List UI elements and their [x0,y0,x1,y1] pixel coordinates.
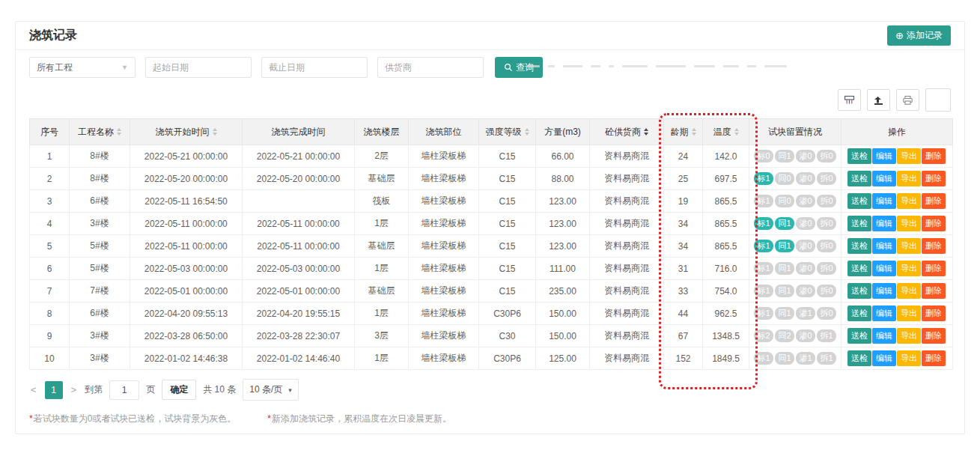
send-inspection-button[interactable]: 送检 [847,283,871,299]
edit-button[interactable]: 编辑 [872,193,896,209]
block-badge[interactable]: 拆0 [817,240,836,252]
delete-button[interactable]: 删除 [922,328,946,344]
block-badge[interactable]: 渗0 [796,150,815,162]
block-badge[interactable]: 拆0 [817,195,836,207]
edit-button[interactable]: 编辑 [872,328,896,344]
block-badge[interactable]: 渗0 [796,329,815,342]
edit-button[interactable]: 编辑 [872,306,896,321]
block-badge[interactable]: 拆1 [817,329,836,342]
export-row-button[interactable]: 导出 [897,306,921,321]
block-badge[interactable]: 拆0 [817,172,836,185]
col-header-grade[interactable]: 强度等级 [479,119,536,145]
edit-button[interactable]: 编辑 [872,216,896,231]
goto-page-input[interactable] [109,380,139,400]
block-badge[interactable]: 渗0 [796,285,815,297]
col-header-age[interactable]: 龄期 [664,119,703,145]
send-inspection-button[interactable]: 送检 [847,328,871,344]
block-badge[interactable]: 标1 [754,240,773,252]
delete-button[interactable]: 删除 [922,171,946,186]
send-inspection-button[interactable]: 送检 [847,171,871,186]
col-header-start[interactable]: 浇筑开始时间 [130,119,243,145]
block-badge[interactable]: 标1 [754,195,773,207]
block-badge[interactable]: 同1 [775,262,794,275]
block-badge[interactable]: 拆0 [817,285,836,297]
send-inspection-button[interactable]: 送检 [847,306,871,321]
block-badge[interactable]: 同1 [775,150,794,162]
block-badge[interactable]: 拆1 [817,352,836,365]
block-badge[interactable]: 渗0 [796,172,815,185]
block-badge[interactable]: 同2 [775,329,794,342]
search-button[interactable]: 查询 [495,57,543,78]
block-badge[interactable]: 渗1 [796,307,815,320]
delete-button[interactable]: 删除 [922,148,946,164]
prev-page-button[interactable]: < [29,384,38,395]
export-row-button[interactable]: 导出 [897,148,921,164]
block-badge[interactable]: 标1 [754,262,773,275]
delete-button[interactable]: 删除 [922,193,946,209]
export-row-button[interactable]: 导出 [897,261,921,276]
export-row-button[interactable]: 导出 [897,171,921,186]
block-badge[interactable]: 渗1 [796,352,815,365]
sort-icon[interactable] [734,128,739,136]
edit-button[interactable]: 编辑 [872,350,896,366]
add-record-button[interactable]: ⊕ 添加记录 [887,25,951,46]
block-badge[interactable]: 渗0 [796,217,815,230]
send-inspection-button[interactable]: 送检 [847,261,871,276]
block-badge[interactable]: 标1 [754,307,773,320]
next-page-button[interactable]: > [70,384,79,395]
edit-button[interactable]: 编辑 [872,171,896,186]
block-badge[interactable]: 标1 [754,285,773,297]
block-badge[interactable]: 同0 [775,172,794,185]
block-badge[interactable]: 标1 [754,352,773,365]
page-size-select[interactable]: 10 条/页 ▾ [243,379,299,401]
sort-icon[interactable] [213,128,217,136]
block-badge[interactable]: 标1 [754,172,773,185]
delete-button[interactable]: 删除 [922,306,946,321]
send-inspection-button[interactable]: 送检 [847,193,871,209]
export-row-button[interactable]: 导出 [897,328,921,344]
send-inspection-button[interactable]: 送检 [847,350,871,366]
blank-square-button[interactable] [925,88,951,112]
supplier-input[interactable] [377,57,484,78]
delete-button[interactable]: 删除 [922,350,946,366]
block-badge[interactable]: 渗0 [796,262,815,275]
export-button[interactable] [867,89,890,111]
block-badge[interactable]: 拆0 [817,217,836,230]
block-badge[interactable]: 同1 [775,240,794,252]
block-badge[interactable]: 同1 [775,307,794,320]
delete-button[interactable]: 删除 [922,238,946,254]
sort-icon[interactable] [117,128,121,136]
edit-button[interactable]: 编辑 [872,148,896,164]
delete-button[interactable]: 删除 [922,283,946,299]
confirm-page-button[interactable]: 确定 [162,380,196,400]
block-badge[interactable]: 标2 [754,329,773,342]
export-row-button[interactable]: 导出 [897,350,921,366]
block-badge[interactable]: 渗0 [796,240,815,252]
sort-icon[interactable] [692,128,696,136]
send-inspection-button[interactable]: 送检 [847,148,871,164]
end-date-input[interactable] [261,57,368,78]
block-badge[interactable]: 拆0 [817,307,836,320]
block-badge[interactable]: 渗0 [796,195,815,207]
delete-button[interactable]: 删除 [922,216,946,231]
col-header-project[interactable]: 工程名称 [70,119,130,145]
edit-button[interactable]: 编辑 [872,261,896,276]
send-inspection-button[interactable]: 送检 [847,238,871,254]
sort-icon[interactable] [525,128,529,136]
col-header-temp[interactable]: 温度 [703,119,749,145]
print-button[interactable] [896,89,919,111]
block-badge[interactable]: 同0 [775,195,794,207]
project-filter-select[interactable]: 所有工程 ▼ [29,57,136,78]
start-date-input[interactable] [145,57,252,78]
block-badge[interactable]: 拆0 [817,150,836,162]
export-row-button[interactable]: 导出 [897,193,921,209]
export-row-button[interactable]: 导出 [897,283,921,299]
edit-button[interactable]: 编辑 [872,238,896,254]
send-inspection-button[interactable]: 送检 [847,216,871,231]
current-page-button[interactable]: 1 [45,381,63,399]
block-badge[interactable]: 标1 [754,217,773,230]
sort-icon[interactable] [644,128,648,136]
block-badge[interactable]: 拆0 [817,262,836,275]
export-row-button[interactable]: 导出 [897,238,921,254]
export-row-button[interactable]: 导出 [897,216,921,231]
